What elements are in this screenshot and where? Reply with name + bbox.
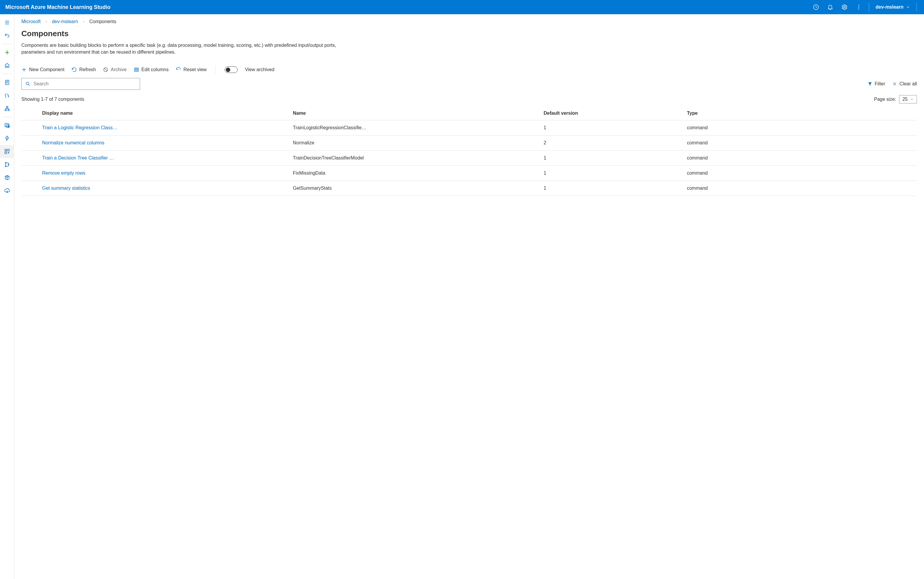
svg-rect-7 bbox=[5, 110, 6, 111]
table-row[interactable]: Normalize numerical columnsNormalize2com… bbox=[21, 136, 917, 150]
archive-button: Archive bbox=[103, 67, 126, 72]
component-link[interactable]: Normalize numerical columns bbox=[42, 140, 105, 145]
chevron-right-icon bbox=[82, 20, 85, 23]
view-archived-toggle[interactable] bbox=[225, 66, 238, 73]
cell-version: 1 bbox=[541, 150, 684, 166]
col-type[interactable]: Type bbox=[684, 106, 917, 120]
cell-type: command bbox=[684, 181, 917, 196]
svg-rect-19 bbox=[135, 68, 139, 72]
col-name[interactable]: Name bbox=[290, 106, 541, 120]
edit-columns-button[interactable]: Edit columns bbox=[134, 67, 169, 72]
chevron-down-icon bbox=[910, 98, 914, 101]
filter-icon bbox=[868, 82, 872, 86]
table-row[interactable]: Get summary statisticsGetSummaryStats1co… bbox=[21, 181, 917, 196]
toolbar-separator bbox=[215, 65, 216, 74]
rail-data-icon[interactable] bbox=[0, 119, 14, 132]
svg-rect-5 bbox=[6, 80, 9, 85]
component-link[interactable]: Train a Logistic Regression Class… bbox=[42, 125, 118, 130]
rail-pipelines-icon[interactable] bbox=[0, 158, 14, 171]
breadcrumb-current: Components bbox=[89, 19, 117, 24]
rail-jobs-icon[interactable] bbox=[0, 132, 14, 145]
reset-view-label: Reset view bbox=[183, 67, 207, 72]
components-table: Display name Name Default version Type T… bbox=[21, 106, 917, 196]
reset-view-button[interactable]: Reset view bbox=[176, 67, 207, 72]
notifications-icon[interactable] bbox=[824, 1, 836, 13]
breadcrumb: Microsoft dev-mslearn Components bbox=[14, 14, 924, 27]
rail-environments-icon[interactable] bbox=[0, 171, 14, 184]
settings-icon[interactable] bbox=[839, 1, 850, 13]
refresh-button[interactable]: Refresh bbox=[72, 67, 96, 72]
component-link[interactable]: Remove empty rows bbox=[42, 170, 85, 175]
svg-point-2 bbox=[858, 5, 859, 6]
rail-designer-icon[interactable] bbox=[0, 102, 14, 115]
cell-type: command bbox=[684, 150, 917, 166]
cell-name: GetSummaryStats bbox=[290, 181, 541, 196]
col-default-version[interactable]: Default version bbox=[541, 106, 684, 120]
svg-point-1 bbox=[844, 6, 845, 8]
cell-type: command bbox=[684, 136, 917, 150]
nav-rail bbox=[0, 14, 14, 579]
results-count: Showing 1-7 of 7 components bbox=[21, 96, 84, 102]
cell-name: Normalize bbox=[290, 136, 541, 150]
svg-rect-6 bbox=[6, 106, 8, 108]
archive-label: Archive bbox=[111, 67, 126, 72]
search-icon bbox=[25, 81, 31, 87]
svg-point-3 bbox=[858, 7, 859, 8]
command-bar: New Component Refresh Archive Edit colum… bbox=[21, 64, 917, 78]
rail-automl-icon[interactable] bbox=[0, 89, 14, 102]
product-title: Microsoft Azure Machine Learning Studio bbox=[5, 4, 110, 10]
filter-bar: Filter Clear all bbox=[21, 78, 917, 90]
cell-type: command bbox=[684, 166, 917, 181]
table-row[interactable]: Train a Decision Tree Classifier …TrainD… bbox=[21, 150, 917, 166]
header-separator bbox=[869, 3, 869, 11]
cell-name: TrainLogisticRegressionClassifie… bbox=[290, 120, 541, 136]
more-icon[interactable] bbox=[853, 1, 865, 13]
breadcrumb-item[interactable]: Microsoft bbox=[21, 19, 41, 24]
chevron-right-icon bbox=[45, 20, 48, 23]
rail-menu-toggle[interactable] bbox=[0, 16, 14, 29]
cell-version: 2 bbox=[541, 136, 684, 150]
component-link[interactable]: Get summary statistics bbox=[42, 186, 90, 191]
workspace-switcher[interactable]: dev-mslearn bbox=[873, 5, 913, 10]
svg-point-4 bbox=[858, 8, 859, 10]
svg-rect-12 bbox=[5, 149, 7, 151]
main-content: Microsoft dev-mslearn Components Compone… bbox=[14, 14, 924, 579]
svg-point-20 bbox=[26, 82, 29, 85]
rail-models-icon[interactable] bbox=[0, 184, 14, 197]
svg-rect-14 bbox=[5, 152, 7, 154]
table-row[interactable]: Remove empty rowsFixMissingData1command bbox=[21, 166, 917, 181]
clear-all-label: Clear all bbox=[899, 81, 917, 87]
search-input[interactable] bbox=[21, 78, 140, 90]
clear-all-button[interactable]: Clear all bbox=[892, 81, 917, 87]
filter-label: Filter bbox=[875, 81, 885, 87]
search-field[interactable] bbox=[33, 81, 136, 87]
svg-point-16 bbox=[5, 166, 6, 167]
rail-notebooks-icon[interactable] bbox=[0, 76, 14, 89]
page-size-control: Page size: 25 bbox=[874, 95, 917, 103]
cell-version: 1 bbox=[541, 166, 684, 181]
breadcrumb-item[interactable]: dev-mslearn bbox=[52, 19, 78, 24]
new-component-button[interactable]: New Component bbox=[21, 67, 64, 72]
page-description: Components are basic building blocks to … bbox=[21, 42, 348, 56]
rail-components-icon[interactable] bbox=[0, 145, 14, 158]
rail-home-icon[interactable] bbox=[0, 59, 14, 72]
svg-point-17 bbox=[8, 164, 9, 165]
view-archived-label: View archived bbox=[245, 67, 274, 72]
svg-point-15 bbox=[5, 162, 6, 164]
table-row[interactable]: Train a Logistic Regression Class…TrainL… bbox=[21, 120, 917, 136]
cell-name: FixMissingData bbox=[290, 166, 541, 181]
edit-columns-label: Edit columns bbox=[141, 67, 169, 72]
rail-new-icon[interactable] bbox=[0, 46, 14, 59]
component-link[interactable]: Train a Decision Tree Classifier … bbox=[42, 155, 114, 160]
rail-back-icon[interactable] bbox=[0, 29, 14, 42]
col-display-name[interactable]: Display name bbox=[39, 106, 290, 120]
page-size-select[interactable]: 25 bbox=[899, 95, 917, 103]
workspace-name: dev-mslearn bbox=[876, 5, 904, 10]
refresh-label: Refresh bbox=[79, 67, 96, 72]
cell-name: TrainDecisionTreeClassifierModel bbox=[290, 150, 541, 166]
filter-button[interactable]: Filter bbox=[868, 81, 885, 87]
svg-rect-8 bbox=[8, 110, 9, 111]
recent-icon[interactable] bbox=[810, 1, 822, 13]
header-bar: Microsoft Azure Machine Learning Studio … bbox=[0, 0, 924, 14]
page-size-label: Page size: bbox=[874, 96, 896, 102]
